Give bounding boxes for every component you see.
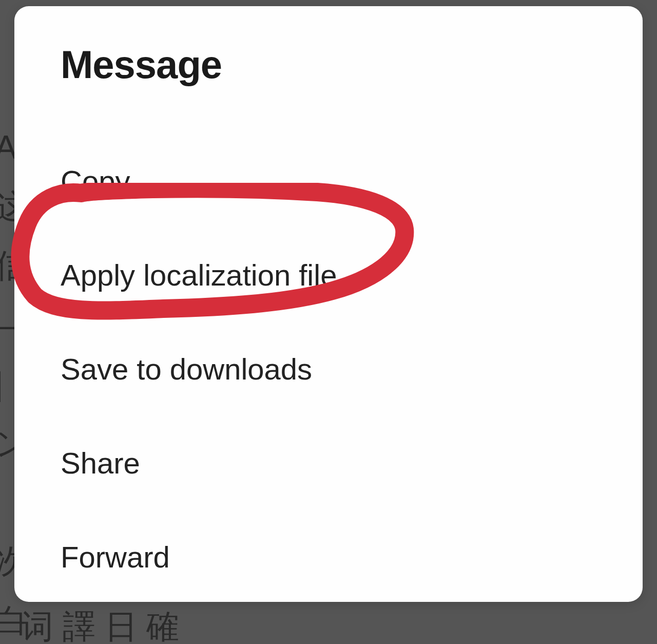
menu-item-share[interactable]: Share xyxy=(61,430,596,496)
menu-item-save-to-downloads[interactable]: Save to downloads xyxy=(61,336,596,402)
menu-item-forward[interactable]: Forward xyxy=(61,524,596,590)
dialog-title: Message xyxy=(61,42,596,87)
background-obscured-text-bottom: 词 譯 日 確 xyxy=(21,604,179,644)
message-context-dialog: Message Copy Apply localization file Sav… xyxy=(14,6,643,602)
menu-item-copy[interactable]: Copy xyxy=(61,148,596,214)
menu-item-apply-localization-file[interactable]: Apply localization file xyxy=(61,242,596,308)
